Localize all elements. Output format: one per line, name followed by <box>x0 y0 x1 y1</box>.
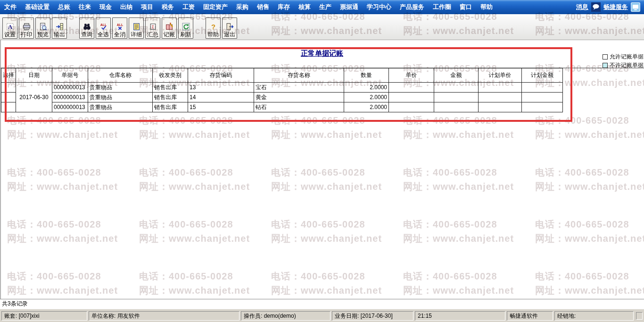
watermark-phone: 电话：400-665-0028 <box>139 166 233 179</box>
status-bar: 账套: [007]xixi 单位名称: 用友软件 操作员: demo(demo)… <box>0 309 644 322</box>
select-cell[interactable] <box>1 83 16 93</box>
chat-bubble-icon[interactable] <box>591 2 601 12</box>
export-button[interactable]: 输出 <box>52 17 67 39</box>
select-cell[interactable] <box>1 102 16 112</box>
menu-item-window[interactable]: 窗口 <box>455 3 476 11</box>
resize-grip[interactable] <box>636 312 643 320</box>
chanjet-service-link[interactable]: 畅捷服务 <box>603 3 628 11</box>
menu-item-general-ledger[interactable]: 总账 <box>54 3 74 11</box>
select-cell[interactable] <box>1 93 16 102</box>
menu-item-payroll[interactable]: 工资 <box>178 3 199 11</box>
watermark-phone: 电话：400-665-0028 <box>139 218 233 231</box>
table-row: 0000000013 贵重物品 销售出库 15 钻石 2.0000 <box>1 102 563 112</box>
menu-item-learning-center[interactable]: 学习中心 <box>363 3 396 11</box>
menu-item-tax[interactable]: 税务 <box>157 3 178 11</box>
print-button[interactable]: 打印 <box>19 17 34 39</box>
messages-link[interactable]: 消息 <box>576 3 588 11</box>
button-label: 全消 <box>114 31 125 38</box>
record-count-text: 共3条记录 <box>2 300 28 307</box>
watermark-phone: 电话：400-665-0028 <box>7 218 101 231</box>
exit-button[interactable]: 退出 <box>222 17 237 39</box>
menu-item-inventory[interactable]: 库存 <box>273 3 294 11</box>
header-plan-price: 计划单价 <box>479 68 522 83</box>
legend-deny-label: 不许记账单据 <box>610 61 644 69</box>
menu-item-purchase[interactable]: 采购 <box>232 3 253 11</box>
menu-item-product-services[interactable]: 产品服务 <box>396 3 429 11</box>
deny-checkbox[interactable] <box>603 63 608 68</box>
bookkeeping-legend: 允许记账单据 不许记账单据 <box>603 52 644 69</box>
button-label: 帮助 <box>207 31 219 38</box>
watermark-url: 网址：www.chanjet.net <box>535 128 644 141</box>
watermark-url: 网址：www.chanjet.net <box>139 180 250 193</box>
unit-price-cell <box>389 83 434 93</box>
preview-icon <box>39 23 47 31</box>
refresh-button[interactable]: 刷新 <box>178 17 193 39</box>
menu-item-cashier[interactable]: 出纳 <box>116 3 137 11</box>
menu-item-work-circle[interactable]: 工作圈 <box>429 3 455 11</box>
header-doc-no: 单据号 <box>52 68 88 83</box>
service-monitor-icon[interactable] <box>631 2 640 12</box>
menu-item-sales[interactable]: 销售 <box>253 3 273 11</box>
toolbar-separator <box>68 17 79 39</box>
menu-item-cash[interactable]: 现金 <box>95 3 116 11</box>
settings-button[interactable]: A 设置 <box>2 17 17 39</box>
menu-item-receivable-payable[interactable]: 往来 <box>74 3 95 11</box>
watermark-phone: 电话：400-665-0028 <box>535 166 629 179</box>
menu-item-bill-hub[interactable]: 票据通 <box>336 3 363 11</box>
summary-icon: Σ <box>149 23 157 31</box>
watermark-url: 网址：www.chanjet.net <box>271 180 382 193</box>
item-code-cell: 14 <box>188 93 254 102</box>
svg-text:Σ: Σ <box>151 24 154 29</box>
header-warehouse: 仓库名称 <box>88 68 153 83</box>
menu-item-production[interactable]: 生产 <box>315 3 336 11</box>
menu-item-help[interactable]: 帮助 <box>476 3 497 11</box>
bookkeeping-icon <box>165 23 173 31</box>
menu-bar: 文件 基础设置 总账 往来 现金 出纳 项目 税务 工资 固定资产 采购 销售 … <box>0 0 644 14</box>
watermark-phone: 电话：400-665-0028 <box>7 166 101 179</box>
select-all-button[interactable]: ALL 全选 <box>96 17 111 39</box>
deselect-all-button[interactable]: ALL 全消 <box>112 17 127 39</box>
watermark-phone: 电话：400-665-0028 <box>271 114 365 127</box>
quantity-cell: 2.0000 <box>344 83 389 93</box>
menu-item-basic-settings[interactable]: 基础设置 <box>21 3 54 11</box>
header-item-code: 存货编码 <box>188 68 254 83</box>
watermark-url: 网址：www.chanjet.net <box>7 232 118 245</box>
plan-amount-cell <box>522 83 563 93</box>
amount-cell <box>434 93 479 102</box>
button-label: 刷新 <box>180 31 191 38</box>
menu-item-project[interactable]: 项目 <box>137 3 157 11</box>
item-name-cell: 宝石 <box>254 83 344 93</box>
button-label: 详细 <box>131 31 142 38</box>
watermark-phone: 电话：400-665-0028 <box>535 114 629 127</box>
status-dealer: 经销地: <box>554 311 634 321</box>
watermark-phone: 电话：400-665-0028 <box>7 270 101 283</box>
refresh-icon <box>182 23 190 31</box>
watermark-url: 网址：www.chanjet.net <box>139 284 250 297</box>
menu-item-file[interactable]: 文件 <box>0 3 21 11</box>
menu-item-fixed-assets[interactable]: 固定资产 <box>199 3 232 11</box>
unit-price-cell <box>389 102 434 112</box>
item-name-cell: 钻石 <box>254 102 344 112</box>
summary-button[interactable]: Σ 汇总 <box>145 17 160 39</box>
doc-no-cell: 0000000013 <box>52 102 88 112</box>
plan-price-cell <box>479 102 522 112</box>
deselect-all-icon: ALL <box>116 23 124 31</box>
menu-item-costing[interactable]: 核算 <box>294 3 315 11</box>
button-label: 设置 <box>4 31 16 38</box>
query-button[interactable]: 查询 <box>79 17 94 39</box>
detail-button[interactable]: 详细 <box>129 17 144 39</box>
toolbar-separator <box>195 17 206 39</box>
header-quantity: 数量 <box>344 68 389 83</box>
plan-amount-cell <box>522 102 563 112</box>
watermark-phone: 电话：400-665-0028 <box>403 114 497 127</box>
header-select: 选择 <box>1 68 16 83</box>
bookkeeping-button[interactable]: 记账 <box>162 17 177 39</box>
category-cell: 销售出库 <box>153 83 188 93</box>
allow-checkbox[interactable] <box>603 54 608 59</box>
watermark-url: 网址：www.chanjet.net <box>271 128 382 141</box>
preview-button[interactable]: 预览 <box>35 17 50 39</box>
watermark-url: 网址：www.chanjet.net <box>403 284 514 297</box>
help-button[interactable]: ? 帮助 <box>206 17 221 39</box>
table-row: 0000000013 贵重物品 销售出库 14 黄金 2.0000 <box>1 93 563 102</box>
warehouse-cell: 贵重物品 <box>88 93 153 102</box>
